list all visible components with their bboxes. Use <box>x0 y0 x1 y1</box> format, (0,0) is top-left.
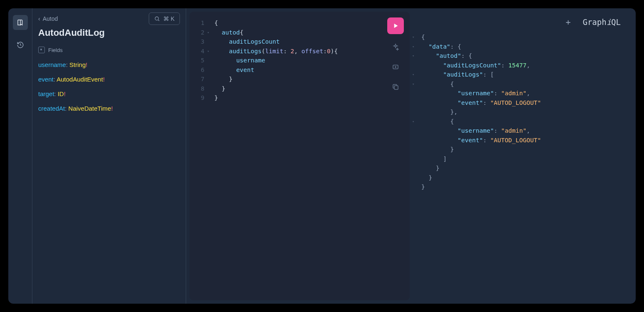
search-shortcut: ⌘ K <box>163 15 175 22</box>
history-icon[interactable] <box>13 37 28 52</box>
top-right-controls: + GraphiQL <box>563 17 621 27</box>
search-button[interactable]: ⌘ K <box>149 12 180 25</box>
editor-gutter: 123456789 <box>189 18 210 103</box>
page-title: AutodAuditLog <box>32 25 186 44</box>
play-icon <box>392 22 399 29</box>
field-item[interactable]: createdAt: NaiveDateTime! <box>38 101 180 116</box>
prettify-button[interactable] <box>388 40 403 54</box>
sparkle-icon <box>392 43 399 51</box>
svg-point-0 <box>155 17 158 20</box>
run-button[interactable] <box>387 17 404 34</box>
result-json: { "data": { "autod": { "auditLogsCount":… <box>421 32 632 192</box>
fields-label: Fields <box>48 47 63 53</box>
chevron-left-icon: ‹ <box>38 15 40 22</box>
field-item[interactable]: username: String! <box>38 57 180 72</box>
breadcrumb-back[interactable]: ‹ Autod <box>38 15 58 22</box>
merge-button[interactable] <box>388 60 403 74</box>
main-area: 123456789 { autod{ auditLogsCount auditL… <box>186 8 636 304</box>
fields-list: username: String!event: AutodAuditEvent!… <box>32 56 186 117</box>
copy-icon <box>392 83 399 91</box>
query-editor[interactable]: 123456789 { autod{ auditLogsCount auditL… <box>189 12 410 300</box>
field-item[interactable]: event: AutodAuditEvent! <box>38 72 180 87</box>
field-item[interactable]: target: ID! <box>38 87 180 101</box>
breadcrumb-parent: Autod <box>43 15 58 22</box>
plus-icon: + <box>565 17 570 27</box>
svg-point-2 <box>395 67 396 67</box>
result-pane: + GraphiQL ▾▾▾▾▾▾ { "data": { "autod": {… <box>410 12 632 300</box>
new-tab-button[interactable]: + <box>563 17 573 27</box>
svg-rect-3 <box>394 86 398 89</box>
docs-sidebar: ‹ Autod ⌘ K AutodAuditLog Fields usernam… <box>32 8 186 304</box>
editor-code: { autod{ auditLogsCount auditLogs(limit:… <box>214 18 410 103</box>
app-frame: ‹ Autod ⌘ K AutodAuditLog Fields usernam… <box>8 8 636 304</box>
fields-icon <box>38 47 45 53</box>
copy-button[interactable] <box>388 80 403 94</box>
icon-rail <box>8 8 32 304</box>
merge-icon <box>392 63 399 71</box>
brand-logo: GraphiQL <box>583 17 621 27</box>
editor-actions <box>387 17 404 94</box>
result-gutter: ▾▾▾▾▾▾ <box>412 32 420 201</box>
docs-icon[interactable] <box>13 15 28 30</box>
fields-section-header: Fields <box>32 44 186 56</box>
search-icon <box>154 16 160 22</box>
